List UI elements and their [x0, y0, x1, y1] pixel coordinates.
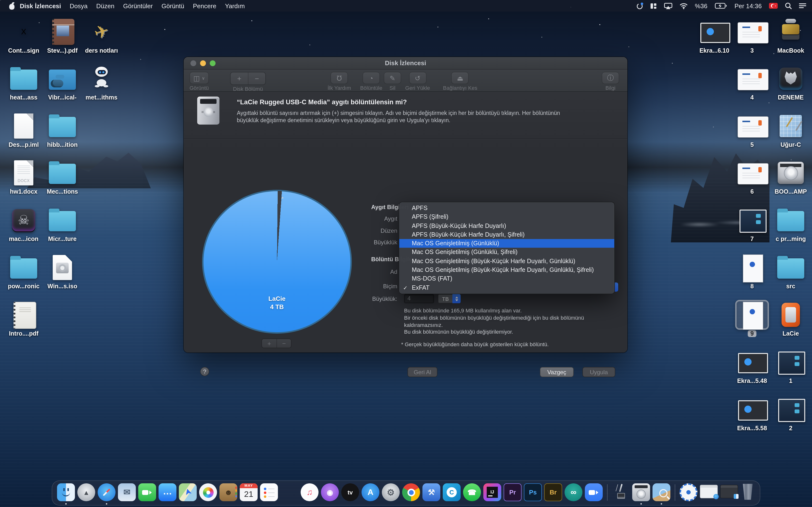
format-option-mac-os-genişletilmiş-günlüklü[interactable]: Mac OS Genişletilmiş (Günlüklü)	[399, 239, 614, 248]
desktop-icon-pow-ronic[interactable]: pow...ronic	[5, 254, 42, 290]
desktop-icon-vibr-ical[interactable]: Vibr...ical-	[44, 65, 81, 101]
desktop-icon-stev-pdf[interactable]: Stev...).pdf	[44, 18, 81, 54]
cancel-button[interactable]: Vazgeç	[540, 367, 574, 377]
tiles-icon[interactable]	[650, 3, 657, 9]
desktop-icon-cont-sign[interactable]: XCont...sign	[5, 18, 42, 54]
dock-arduino-icon[interactable]: ∞	[564, 483, 582, 501]
desktop-icon-ekra-5-48[interactable]: Ekra...5.48	[734, 349, 770, 384]
format-option-apfs-şifreli[interactable]: APFS (Şifreli)	[399, 213, 614, 222]
dock-messages-icon[interactable]: …	[158, 483, 176, 501]
menu-pencere[interactable]: Pencere	[193, 2, 216, 9]
desktop-icon-win-s-iso[interactable]: Win...s.iso	[44, 254, 81, 290]
undo-button[interactable]: Geri Al	[407, 367, 438, 377]
desktop-icon-ekra-6-10[interactable]: Ekra...6.10	[696, 18, 733, 54]
dock-podcasts-icon[interactable]: ◉	[321, 483, 339, 501]
desktop-icon-lacie[interactable]: LaCie	[772, 301, 809, 337]
partition-button[interactable]: ◔	[362, 72, 380, 84]
desktop-icon-intro-pdf[interactable]: Intro....pdf	[5, 301, 42, 337]
format-popup-button-edge[interactable]	[615, 282, 618, 292]
info-button[interactable]: ⓘ	[602, 72, 619, 84]
desktop-icon-2[interactable]: 2	[772, 396, 809, 432]
dock-chrome-icon[interactable]	[402, 483, 420, 501]
desktop-icon-heat-ass[interactable]: heat...ass	[5, 65, 42, 101]
dock-reminders-icon[interactable]	[260, 483, 278, 501]
desktop-icon-src[interactable]: src	[772, 254, 809, 290]
format-option-mac-os-genişletilmiş-büyük-küçük-harfe-duyarlı-günlüklü[interactable]: Mac OS Genişletilmiş (Büyük-Küçük Harfe …	[399, 257, 614, 266]
dock-circuit-tool-icon[interactable]	[612, 483, 630, 501]
zoom-button[interactable]	[210, 60, 215, 66]
first-aid-button[interactable]: ℧	[331, 72, 348, 84]
menu-bar-clock[interactable]: Per 14:36	[734, 2, 762, 9]
size-input[interactable]: 4	[404, 294, 434, 303]
desktop-icon-micr-ture[interactable]: Micr...ture	[44, 207, 81, 242]
close-button[interactable]	[191, 60, 196, 66]
menu-görüntü[interactable]: Görüntü	[161, 2, 184, 9]
desktop-icon-8[interactable]: 8	[734, 254, 770, 290]
pie-remove-button[interactable]: −	[276, 339, 291, 348]
dock-bridge-icon[interactable]: Br	[544, 483, 562, 501]
dock-preview-icon[interactable]	[653, 483, 670, 501]
desktop-icon-ekra-5-58[interactable]: Ekra...5.58	[734, 396, 770, 432]
desktop-icon-des-p-iml[interactable]: Des...p.iml	[5, 113, 42, 148]
desktop-icon-9[interactable]: 9	[734, 301, 770, 337]
dock-minimized-safari-window-icon[interactable]	[700, 485, 718, 498]
menu-görüntüler[interactable]: Görüntüler	[123, 2, 153, 9]
dock-mail-icon[interactable]: ✉	[118, 483, 136, 501]
desktop-icon-6[interactable]: 6	[734, 159, 770, 195]
apply-button[interactable]: Uygula	[582, 367, 615, 377]
dock-maps-icon[interactable]	[179, 483, 197, 501]
dock-trash-icon[interactable]	[742, 484, 754, 500]
dock-launchpad-icon[interactable]: ▲	[77, 483, 95, 501]
dock-whatsapp-icon[interactable]: ☎	[463, 483, 481, 501]
desktop-icon-macbook[interactable]: MacBook	[772, 18, 809, 54]
help-button[interactable]: ?	[200, 367, 209, 376]
notification-list-icon[interactable]	[799, 3, 806, 9]
input-language-flag-icon[interactable]: ★	[769, 3, 778, 9]
dock-photos-icon[interactable]	[199, 483, 217, 501]
desktop-icon-deneme[interactable]: DENEME	[772, 65, 809, 101]
airplay-icon[interactable]	[664, 3, 672, 9]
format-option-mac-os-genişletilmiş-büyük-küçük-harfe-duyarlı-günlüklü-şifreli[interactable]: Mac OS Genişletilmiş (Büyük-Küçük Harfe …	[399, 266, 614, 275]
dock-calendar-icon[interactable]: MAY21	[240, 483, 258, 501]
dock-tv-icon[interactable]: tv	[341, 483, 359, 501]
battery-icon[interactable]	[715, 3, 727, 9]
spotlight-icon[interactable]	[785, 2, 792, 9]
desktop-icon-mac-icon[interactable]: ☠mac...icon	[5, 207, 42, 242]
add-partition-button[interactable]: +	[231, 72, 248, 84]
format-option-apfs-büyük-küçük-harfe-duyarlı[interactable]: APFS (Büyük-Küçük Harfe Duyarlı)	[399, 221, 614, 230]
dock-photoshop-icon[interactable]: Ps	[524, 483, 542, 501]
sync-icon[interactable]	[636, 2, 643, 9]
dock-camtasia-icon[interactable]: C	[443, 483, 461, 501]
desktop-icon-boo-amp[interactable]: BOO...AMP	[772, 159, 809, 195]
dock-facetime-icon[interactable]	[138, 483, 156, 501]
format-option-exfat[interactable]: ✓ExFAT	[399, 283, 614, 292]
dock-zoom-icon[interactable]	[585, 483, 603, 501]
minimize-button[interactable]	[200, 60, 206, 66]
apple-menu-icon[interactable]	[9, 2, 15, 9]
desktop-icon-hw1-docx[interactable]: DOCXhw1.docx	[5, 159, 42, 195]
view-button[interactable]: ◫∨	[190, 72, 209, 84]
menu-dosya[interactable]: Dosya	[70, 2, 88, 9]
format-option-apfs[interactable]: APFS	[399, 204, 614, 213]
dock-finder-icon[interactable]	[57, 483, 75, 501]
menu-app-name[interactable]: Disk İzlencesi	[20, 2, 61, 9]
desktop-icon-c-pr-ming[interactable]: c pr...ming	[772, 207, 809, 242]
dock-safari-icon[interactable]	[98, 483, 115, 501]
stepper-arrows-icon[interactable]	[452, 294, 461, 303]
erase-button[interactable]: ✎	[384, 72, 401, 84]
wifi-icon[interactable]	[679, 3, 688, 9]
eject-icon-button[interactable]: ⏏	[451, 72, 469, 84]
menu-düzen[interactable]: Düzen	[96, 2, 114, 9]
dock-disk-utility-icon[interactable]	[632, 483, 650, 501]
format-option-apfs-büyük-küçük-harfe-duyarlı-şifreli[interactable]: APFS (Büyük-Küçük Harfe Duyarlı, Şifreli…	[399, 230, 614, 239]
desktop-icon-7[interactable]: 7	[734, 207, 770, 242]
menu-yardım[interactable]: Yardım	[225, 2, 245, 9]
desktop-icon-3[interactable]: 3	[734, 18, 770, 54]
partition-pie-chart[interactable]: * LaCie 4 TB	[202, 190, 352, 334]
dock-lacie-toolkit-icon[interactable]	[679, 483, 698, 501]
desktop-icon-uğur-c[interactable]: Uğur-C	[772, 113, 809, 148]
format-option-mac-os-genişletilmiş-günlüklü-şifreli[interactable]: Mac OS Genişletilmiş (Günlüklü, Şifreli)	[399, 248, 614, 257]
desktop-icon-1[interactable]: 1	[772, 349, 809, 384]
dock-music-icon[interactable]: ♫	[301, 483, 318, 501]
restore-button[interactable]: ↺	[409, 72, 426, 84]
